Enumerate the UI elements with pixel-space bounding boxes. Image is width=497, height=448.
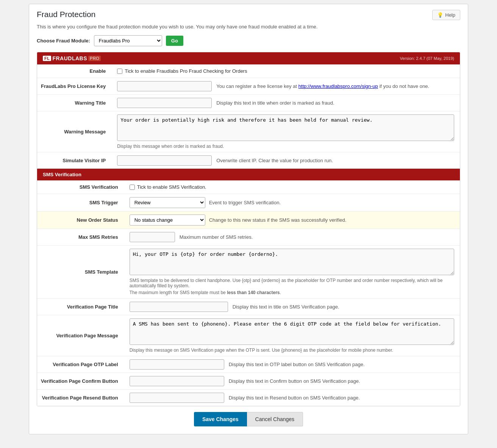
simulate-ip-label: Simulate Visitor IP [37,152,111,169]
save-button[interactable]: Save Changes [194,412,247,426]
warning-title-row: Warning Title FraudLabs Pro Error Displa… [37,95,460,111]
warning-message-row: Warning Message Display this message whe… [37,111,460,152]
sms-verification-label: SMS Verification [37,180,124,194]
sms-trigger-control: Review Processing On Hold Event to trigg… [124,194,460,211]
main-content-wrapper: FL FRAUDLABS PRO Version: 2.4.7 (07 May,… [37,52,460,406]
verification-page-confirm-label: Verification Page Confirm Button [37,373,124,390]
warning-message-label: Warning Message [37,111,111,152]
new-order-status-select[interactable]: No status change Processing Completed On… [130,215,205,226]
simulate-ip-desc: Overwrite client IP. Clear the value for… [216,158,333,163]
verification-page-title-row: Verification Page Title FraudLabs Pro SM… [37,299,460,315]
license-key-link[interactable]: http://www.fraudlabspro.com/sign-up [299,83,378,89]
fraudlabs-section-header: FL FRAUDLABS PRO Version: 2.4.7 (07 May,… [37,52,460,64]
max-sms-retries-row: Max SMS Retries 3 Maximum number of SMS … [37,229,460,246]
verification-page-resend-inner: Resend Display this text in Resend butto… [130,393,454,403]
simulate-ip-row-inner: Overwrite client IP. Clear the value for… [117,155,454,166]
fraudlabs-logo-text: FRAUDLABS [52,55,87,61]
sms-trigger-row: SMS Trigger Review Processing On Hold Ev… [37,194,460,211]
go-button[interactable]: Go [166,36,183,46]
verification-page-title-input[interactable]: FraudLabs Pro SMS Verification [130,302,228,312]
verification-page-confirm-inner: Confirm Display this text in Confirm but… [130,376,454,386]
verification-page-title-control: FraudLabs Pro SMS Verification Display t… [124,299,460,315]
cancel-button[interactable]: Cancel Changes [247,412,303,426]
verification-page-confirm-row: Verification Page Confirm Button Confirm… [37,373,460,390]
verification-page-title-label: Verification Page Title [37,299,124,315]
sms-verification-row: SMS Verification Tick to enable SMS Veri… [37,180,460,194]
page-wrapper: Fraud Protection 💡 Help This is where yo… [29,4,468,434]
choose-module-select[interactable]: Fraudlabs Pro None [94,35,162,46]
page-header: Fraud Protection 💡 Help [37,10,460,20]
sms-template-desc2: The maximum length for SMS template must… [130,290,454,295]
enable-label: Enable [37,64,111,78]
max-sms-retries-control: 3 Maximum number of SMS retries. [124,229,460,246]
sms-trigger-select[interactable]: Review Processing On Hold [130,197,205,208]
max-sms-retries-input[interactable]: 3 [130,232,175,242]
verification-page-resend-row: Verification Page Resend Button Resend D… [37,390,460,406]
license-key-desc: You can register a free license key at h… [216,83,429,89]
warning-title-control: FraudLabs Pro Error Display this text in… [111,95,460,111]
choose-module-row: Choose Fraud Module: Fraudlabs Pro None … [37,35,460,46]
enable-checkbox-text: Tick to enable Fraudlabs Pro Fraud Check… [125,68,247,74]
sms-template-desc2-after: . [280,290,281,295]
sms-trigger-label: SMS Trigger [37,194,124,211]
license-key-input[interactable] [117,81,212,91]
sms-template-desc2-bold: less than 140 characters [227,290,280,295]
license-key-row: FraudLabs Pro License Key You can regist… [37,78,460,95]
help-button[interactable]: 💡 Help [432,10,460,20]
verification-page-confirm-input[interactable]: Confirm [130,376,224,386]
warning-title-row-inner: FraudLabs Pro Error Display this text in… [117,98,454,108]
verification-page-confirm-desc: Display this text in Confirm button on S… [229,378,360,384]
page-title: Fraud Protection [37,10,95,19]
verification-page-otp-desc: Display this text in OTP label button on… [229,362,365,367]
verification-page-message-desc: Display this message on SMS Verification… [130,348,454,353]
verification-page-message-control: Display this message on SMS Verification… [124,315,460,356]
new-order-status-control: No status change Processing Completed On… [124,211,460,229]
verification-page-otp-inner: OTP Code Display this text in OTP label … [130,359,454,370]
verification-page-otp-input[interactable]: OTP Code [130,359,224,370]
new-order-status-label: New Order Status [37,211,124,229]
sms-section-title: SMS Verification [43,172,81,177]
sms-verification-checkbox[interactable] [130,185,135,190]
new-order-status-row: New Order Status No status change Proces… [37,211,460,229]
footer-actions: Save Changes Cancel Changes [37,412,460,426]
warning-message-control: Display this message when order is marke… [111,111,460,152]
new-order-status-inner: No status change Processing Completed On… [130,215,454,226]
sms-template-row: SMS Template SMS template to be delivere… [37,246,460,299]
warning-title-input[interactable]: FraudLabs Pro Error [117,98,212,108]
sms-template-label: SMS Template [37,246,124,299]
enable-control: Tick to enable Fraudlabs Pro Fraud Check… [111,64,460,78]
license-key-control: You can register a free license key at h… [111,78,460,95]
sms-verification-control: Tick to enable SMS Verification. [124,180,460,194]
fraudlabs-logo: FL FRAUDLABS PRO [43,55,101,61]
fl-icon: FL [43,56,51,61]
verification-page-message-row: Verification Page Message Display this m… [37,315,460,356]
choose-module-label: Choose Fraud Module: [37,38,90,44]
warning-message-textarea[interactable] [117,114,454,141]
verification-page-otp-control: OTP Code Display this text in OTP label … [124,356,460,373]
verification-page-message-textarea[interactable] [130,318,454,345]
license-key-label: FraudLabs Pro License Key [37,78,111,95]
verification-page-resend-input[interactable]: Resend [130,393,224,403]
fraudlabs-version: Version: 2.4.7 (07 May, 2019) [400,56,455,61]
sms-template-textarea[interactable] [130,249,454,275]
help-button-label: Help [445,12,455,18]
simulate-ip-row: Simulate Visitor IP Overwrite client IP.… [37,152,460,169]
help-icon: 💡 [437,12,443,18]
enable-row: Enable Tick to enable Fraudlabs Pro Frau… [37,64,460,78]
verification-page-otp-row: Verification Page OTP Label OTP Code Dis… [37,356,460,373]
sms-trigger-desc: Event to trigger SMS verification. [209,200,281,205]
verification-page-message-label: Verification Page Message [37,315,124,356]
simulate-ip-input[interactable] [117,155,212,166]
sms-template-control: SMS template to be delivered to client h… [124,246,460,299]
sms-verification-checkbox-label[interactable]: Tick to enable SMS Verification. [130,184,454,190]
sms-template-desc2-before: The maximum length for SMS template must… [130,290,227,295]
sms-template-desc1: SMS template to be delivered to client h… [130,278,454,288]
verification-page-resend-control: Resend Display this text in Resend butto… [124,390,460,406]
page-description: This is where you configure the fraud pr… [37,24,460,30]
enable-checkbox-label[interactable]: Tick to enable Fraudlabs Pro Fraud Check… [117,68,454,74]
warning-title-label: Warning Title [37,95,111,111]
fraudlabs-logo-sub: PRO [88,56,101,61]
enable-checkbox[interactable] [117,69,122,74]
sms-verification-checkbox-text: Tick to enable SMS Verification. [137,184,206,190]
warning-title-desc: Display this text in title when order is… [216,100,334,106]
